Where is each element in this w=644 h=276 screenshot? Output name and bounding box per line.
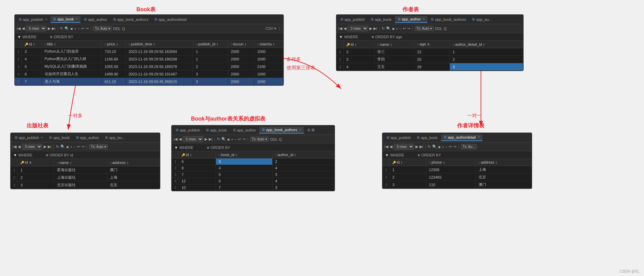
- refresh-btn[interactable]: ↻: [428, 144, 431, 149]
- remove-btn[interactable]: −: [78, 27, 80, 31]
- stop-btn[interactable]: ■: [67, 145, 69, 149]
- col-id[interactable]: 🔑id ∧: [18, 159, 54, 166]
- refresh-btn[interactable]: ↻: [382, 26, 385, 31]
- refresh-btn[interactable]: ↻: [60, 26, 63, 31]
- tx-select[interactable]: Tx: Au...: [461, 144, 477, 149]
- redo-btn[interactable]: ↪: [82, 144, 85, 149]
- tx-select[interactable]: Tx: Auto ▾: [89, 144, 107, 149]
- table-row[interactable]: 1 1 12306 上海: [382, 166, 532, 174]
- nav-next[interactable]: ▶: [44, 144, 46, 149]
- table-row[interactable]: 3 7 5 3: [172, 171, 335, 178]
- tab-app-author-pub[interactable]: ⊞ app_author: [73, 135, 102, 141]
- nav-start[interactable]: |◀: [17, 26, 20, 31]
- close-icon[interactable]: ×: [423, 17, 425, 21]
- remove-btn[interactable]: −: [445, 145, 448, 149]
- search-btn[interactable]: Q: [444, 27, 447, 31]
- undo-btn[interactable]: ↩: [81, 26, 84, 31]
- col-author-detail-id[interactable]: □author_detail_id ↕: [450, 41, 523, 48]
- filter-btn[interactable]: 🔍: [221, 137, 226, 141]
- stop-btn[interactable]: ■: [71, 27, 73, 31]
- table-row[interactable]: 2 2 123465 北京: [382, 174, 532, 181]
- table-row[interactable]: 1 2 张三 22 1: [336, 48, 523, 56]
- close-icon[interactable]: ×: [45, 17, 47, 21]
- tab-app-publish-book[interactable]: ⊞ app_publish ×: [16, 16, 50, 23]
- extra-btn[interactable]: ⋮: [278, 26, 281, 31]
- filter-btn[interactable]: 🔍: [60, 144, 65, 149]
- redo-btn[interactable]: ↪: [86, 26, 89, 31]
- nav-next[interactable]: ▶: [415, 144, 418, 149]
- table-row[interactable]: 3 4 王五 28 3: [336, 63, 523, 71]
- tx-select[interactable]: Tx: Auto ▾: [415, 26, 433, 31]
- col-id[interactable]: 🔑id ↕: [22, 41, 42, 48]
- nav-end[interactable]: ▶|: [52, 26, 56, 31]
- table-row[interactable]: 1 1 星海出版社 澳门: [11, 166, 160, 174]
- col-id[interactable]: 🔑id ↕: [343, 41, 375, 48]
- tab-app-book-authors-author[interactable]: ⊞ app_book_authors: [428, 16, 469, 23]
- nav-start[interactable]: |◀: [384, 144, 388, 149]
- undo-btn[interactable]: ↩: [449, 144, 452, 149]
- refresh-btn[interactable]: ↻: [56, 144, 59, 149]
- nav-prev[interactable]: ◀: [343, 26, 346, 31]
- nav-start[interactable]: |◀: [13, 144, 16, 149]
- add-btn[interactable]: +: [70, 145, 72, 149]
- close-icon[interactable]: ×: [41, 136, 43, 139]
- stop-btn[interactable]: ■: [228, 137, 230, 141]
- redo-btn[interactable]: ↪: [243, 137, 246, 141]
- remove-btn[interactable]: −: [74, 145, 76, 149]
- tab-app-publish-pub[interactable]: ⊞ app_publish ×: [12, 135, 46, 141]
- refresh-btn[interactable]: ↻: [217, 137, 220, 141]
- close-icon[interactable]: ×: [299, 128, 301, 132]
- tab-app-book-pub[interactable]: ⊞ app_book: [46, 135, 72, 141]
- col-id[interactable]: 🔑id ↕: [390, 159, 426, 166]
- nav-end[interactable]: ▶|: [374, 26, 377, 31]
- col-address[interactable]: □address ↕: [475, 159, 531, 166]
- tab-app-authordetail-detail[interactable]: ⊞ app_authordetail ×: [441, 134, 483, 141]
- col-publish-time[interactable]: □publish_time ↕: [126, 41, 193, 48]
- add-btn[interactable]: +: [442, 145, 444, 149]
- search-btn[interactable]: Q: [279, 137, 282, 141]
- tab-app-author-virt[interactable]: ⊞ app_author: [230, 127, 259, 133]
- ddl-btn[interactable]: DDL: [113, 27, 121, 31]
- nav-prev[interactable]: ◀: [22, 26, 25, 31]
- tab-app-author-book[interactable]: ⊞ app_author: [81, 16, 110, 23]
- nav-next[interactable]: ▶: [48, 26, 50, 31]
- rows-select[interactable]: 3 rows: [22, 144, 42, 150]
- tab-app-bo-virt[interactable]: ⊞ ⊞: [305, 127, 317, 133]
- nav-end[interactable]: ▶|: [209, 137, 213, 141]
- book-tabs[interactable]: ⊞ app_publish × ⊞ app_book × ⊞ app_autho…: [15, 15, 283, 24]
- col-title[interactable]: □title ↕: [42, 41, 102, 48]
- nav-start[interactable]: |◀: [174, 137, 177, 141]
- rows-select[interactable]: 3 rows: [394, 144, 414, 150]
- add-btn[interactable]: +: [396, 27, 398, 31]
- col-price[interactable]: □price ↕: [102, 41, 126, 48]
- tab-app-publish-author[interactable]: ⊞ app_publish: [338, 16, 367, 23]
- tab-app-book-virt[interactable]: ⊞ app_book: [203, 127, 229, 133]
- col-book-id[interactable]: □book_id ↕: [216, 151, 272, 158]
- col-id[interactable]: 🔑id ↕: [179, 151, 216, 158]
- tab-app-book-authors-book[interactable]: ⊞ app_book_authors: [111, 16, 151, 23]
- table-row[interactable]: 1 6 3 2: [172, 158, 335, 165]
- add-btn[interactable]: +: [74, 27, 76, 31]
- nav-end[interactable]: ▶|: [420, 144, 423, 149]
- table-row[interactable]: 2 4 Python爬虫从入门到入狱 1166.60 2023-11-16 09…: [15, 55, 283, 63]
- table-row[interactable]: 5 10 7 3: [172, 184, 335, 191]
- col-phone[interactable]: □phone ↕: [426, 159, 475, 166]
- filter-btn[interactable]: 🔍: [386, 26, 391, 31]
- table-row[interactable]: 3 3 110 澳门: [382, 181, 532, 189]
- remove-btn[interactable]: −: [399, 27, 401, 31]
- undo-btn[interactable]: ↩: [77, 144, 80, 149]
- author-tabs[interactable]: ⊞ app_publish ⊞ app_book ⊞ app_author × …: [336, 15, 523, 24]
- table-row[interactable]: 2 3 李四 25 2: [336, 56, 523, 63]
- col-publish-id[interactable]: □publish_id ↕: [193, 41, 228, 48]
- nav-prev[interactable]: ◀: [390, 144, 392, 149]
- tab-app-book-author[interactable]: ⊞ app_book: [368, 16, 394, 23]
- stop-btn[interactable]: ■: [392, 27, 395, 31]
- col-age[interactable]: □age ∧: [414, 41, 450, 48]
- filter-btn[interactable]: 🔍: [64, 26, 69, 31]
- tab-app-bo-pub[interactable]: ⊞ app_bo...: [102, 135, 128, 141]
- tab-app-publish-detail[interactable]: ⊞ app_publish: [384, 135, 413, 141]
- filter-btn[interactable]: 🔍: [432, 144, 437, 149]
- tab-app-book-authors-virt[interactable]: ⊞ app_book_authors ×: [259, 127, 304, 134]
- tab-app-authordetail-book[interactable]: ⊞ app_authordetail: [152, 16, 189, 23]
- close-icon[interactable]: ×: [478, 135, 480, 139]
